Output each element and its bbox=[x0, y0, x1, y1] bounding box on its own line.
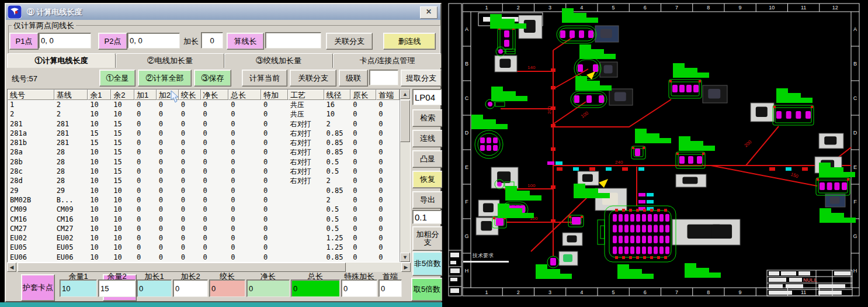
column-header[interactable]: 首端 bbox=[376, 89, 400, 100]
column-header[interactable]: 线号 bbox=[8, 89, 54, 100]
table-cell: 右对打 bbox=[288, 138, 324, 147]
table-row[interactable]: 121010000000共压1600 bbox=[8, 100, 400, 109]
table-row[interactable]: 28a281015000000右对打0.8500 bbox=[8, 147, 400, 157]
non5-multiple-button[interactable]: 非5倍数 bbox=[412, 251, 443, 276]
field-input[interactable] bbox=[98, 280, 136, 297]
table-row[interactable]: 281a2811515000000右对打0.8500 bbox=[8, 129, 400, 138]
extract-branch-button[interactable]: 提取分支 bbox=[401, 70, 442, 87]
column-header[interactable]: 线径 bbox=[324, 89, 351, 100]
column-header[interactable]: 工艺 bbox=[288, 89, 324, 100]
column-header[interactable]: 特加 bbox=[261, 89, 288, 100]
field-input[interactable] bbox=[60, 280, 97, 297]
cascade-input[interactable] bbox=[369, 70, 398, 85]
table-cell: 0 bbox=[201, 224, 229, 233]
calc-current-button[interactable]: 计算当前 bbox=[242, 70, 287, 87]
scroll-up-icon[interactable]: ▲ bbox=[400, 89, 410, 99]
add-length-input[interactable] bbox=[201, 32, 223, 49]
tab-wire-add[interactable]: ②电线加长量 bbox=[116, 53, 224, 68]
scroll-right-icon[interactable]: ▶ bbox=[401, 263, 411, 272]
scroll-down-icon[interactable]: ▼ bbox=[400, 253, 410, 262]
table-row[interactable]: 221010000000共压1000 bbox=[8, 109, 400, 119]
table-row[interactable]: CM16CM1610100000000.500 bbox=[8, 215, 400, 224]
search-button[interactable]: 检索 bbox=[412, 109, 443, 127]
table-row[interactable]: 2812811015000000右对打200 bbox=[8, 119, 400, 129]
column-header[interactable]: 余1 bbox=[88, 89, 111, 100]
restore-button[interactable]: 恢复 bbox=[412, 171, 443, 188]
vertical-scroll-thumb[interactable] bbox=[400, 100, 410, 142]
table-cell: 0 bbox=[134, 167, 157, 176]
show-all-button[interactable]: ①全显 bbox=[99, 70, 136, 87]
tab-twist-add[interactable]: ③绞线加长量 bbox=[224, 53, 333, 68]
field-input[interactable] bbox=[137, 280, 172, 297]
highlight-button[interactable]: 凸显 bbox=[412, 150, 443, 168]
field-input[interactable] bbox=[209, 280, 245, 297]
horizontal-scrollbar[interactable]: ◀ ▶ bbox=[7, 263, 411, 272]
column-header[interactable]: 绞长 bbox=[179, 89, 201, 100]
field-input[interactable] bbox=[173, 280, 208, 297]
delete-line-button[interactable]: 删连线 bbox=[383, 33, 436, 50]
tab-calc-wire-length[interactable]: ①计算电线长度 bbox=[7, 53, 116, 68]
field-input[interactable] bbox=[341, 280, 377, 297]
field-input[interactable] bbox=[379, 280, 402, 297]
p1-button[interactable]: P1点 bbox=[9, 33, 39, 50]
table-cell: 0.5 bbox=[324, 167, 351, 176]
column-header[interactable]: 净长 bbox=[201, 89, 229, 100]
cascade-button[interactable]: 级联 bbox=[339, 70, 368, 87]
take5-multiple-button[interactable]: 取5倍数 bbox=[411, 278, 443, 301]
connect-line-button[interactable]: 连线 bbox=[412, 130, 443, 147]
table-cell: 0 bbox=[157, 195, 179, 205]
cad-harness-drawing[interactable]: 112233445566778899101011111212AABBCCDDEE… bbox=[442, 0, 868, 307]
column-header[interactable]: 余2 bbox=[111, 89, 134, 100]
column-header[interactable]: 总长 bbox=[228, 89, 261, 100]
table-row[interactable]: 281b2811515000000右对打0.8500 bbox=[8, 138, 400, 147]
bold-branch-button[interactable]: 加粗分支 bbox=[412, 226, 443, 251]
table-row[interactable]: 28d281015000000右对打200 bbox=[8, 176, 400, 185]
svg-text:A: A bbox=[853, 26, 857, 32]
table-row[interactable]: EU05EU0510100000001.2500 bbox=[8, 243, 400, 252]
svg-text:200: 200 bbox=[547, 106, 552, 114]
table-row[interactable]: CM09CM0910100000000.500 bbox=[8, 205, 400, 214]
table-row[interactable]: EU02EU0210100000001.2500 bbox=[8, 233, 400, 243]
table-cell: 0 bbox=[376, 109, 400, 119]
table-cell: 10 bbox=[88, 186, 111, 195]
table-cell: 0 bbox=[201, 186, 229, 195]
calc-result-input[interactable] bbox=[265, 32, 321, 49]
table-row[interactable]: CM27CM2710100000000.500 bbox=[8, 224, 400, 233]
calc-length-button[interactable]: 算线长 bbox=[227, 33, 264, 50]
horizontal-scroll-thumb[interactable] bbox=[18, 263, 346, 272]
tab-clip-manage[interactable]: 卡点/连接点管理 bbox=[333, 53, 442, 68]
table-row[interactable]: 28c281015000000右对打0.500 bbox=[8, 167, 400, 176]
sheath-clip-button[interactable]: 护套卡点 bbox=[21, 274, 55, 301]
table-cell: 0 bbox=[350, 167, 376, 176]
table-cell: 0 bbox=[350, 243, 376, 252]
table-cell: EU06 bbox=[8, 253, 54, 262]
table-cell: 0 bbox=[261, 167, 288, 176]
p2-input[interactable] bbox=[127, 33, 180, 49]
column-header[interactable]: 原长 bbox=[350, 89, 376, 100]
vertical-scrollbar[interactable]: ▲ ▼ bbox=[400, 89, 410, 262]
link-branch-button-top[interactable]: 关联分支 bbox=[326, 33, 373, 50]
p2-button[interactable]: P2点 bbox=[98, 33, 127, 50]
p1-input[interactable] bbox=[39, 33, 91, 49]
save-button[interactable]: ③保存 bbox=[194, 70, 231, 87]
field-input[interactable] bbox=[246, 280, 290, 297]
table-row[interactable]: 28b281015000000右对打0.500 bbox=[8, 157, 400, 167]
groupbox-label: 仅计算两点间线长 bbox=[12, 20, 76, 31]
table-row[interactable]: 292910100000000.8500 bbox=[8, 186, 400, 195]
scroll-left-icon[interactable]: ◀ bbox=[7, 263, 16, 272]
calc-all-button[interactable]: ②计算全部 bbox=[138, 70, 192, 87]
export-button[interactable]: 导出 bbox=[412, 191, 443, 209]
table-cell: 0 bbox=[179, 205, 201, 214]
link-branch-button[interactable]: 关联分支 bbox=[290, 70, 336, 87]
column-header[interactable]: 加1 bbox=[134, 89, 157, 100]
factor-input[interactable] bbox=[412, 210, 442, 224]
table-row[interactable]: BM02BB...1010000000200 bbox=[8, 195, 400, 205]
column-header[interactable]: 基线 bbox=[54, 89, 88, 100]
table-row[interactable]: EU06EU0610100000000.8500 bbox=[8, 253, 400, 262]
table-cell: 28c bbox=[8, 167, 54, 176]
table-cell: 15 bbox=[111, 167, 134, 176]
lp04-input[interactable] bbox=[412, 89, 442, 105]
close-button[interactable]: ✕ bbox=[420, 6, 438, 19]
field-input[interactable] bbox=[291, 280, 340, 297]
title-bar[interactable]: ⑨ 计算电线长度 ✕ bbox=[6, 4, 440, 20]
